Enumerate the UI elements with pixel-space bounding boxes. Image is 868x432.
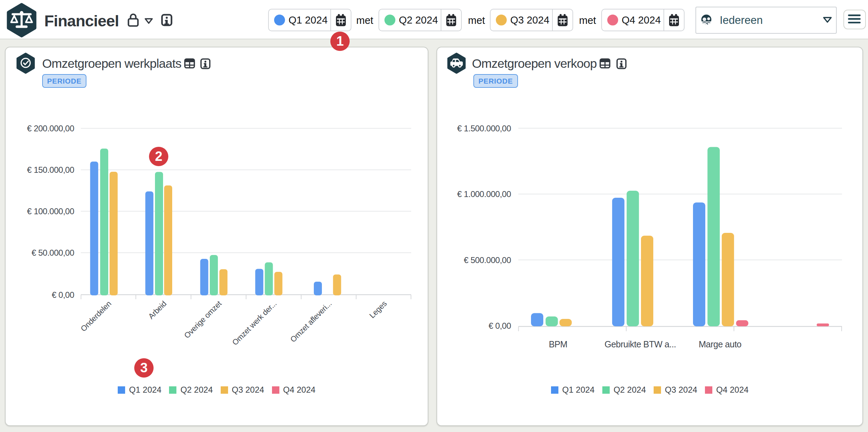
svg-text:€ 50.000,00: € 50.000,00 <box>32 248 74 257</box>
svg-text:Omzetgroepen werkplaats: Omzetgroepen werkplaats <box>42 57 181 71</box>
svg-text:Arbeid: Arbeid <box>147 299 168 321</box>
svg-text:Q3 2024: Q3 2024 <box>510 14 549 26</box>
svg-text:€ 0,00: € 0,00 <box>52 290 74 300</box>
svg-text:met: met <box>468 15 485 26</box>
svg-text:€ 1.000.000,00: € 1.000.000,00 <box>457 189 511 199</box>
svg-text:met: met <box>579 15 596 26</box>
svg-text:Gebruikte BTW a...: Gebruikte BTW a... <box>604 339 676 349</box>
svg-text:€ 200.000,00: € 200.000,00 <box>27 124 74 133</box>
svg-text:Q2 2024: Q2 2024 <box>399 14 438 26</box>
svg-text:met: met <box>356 15 373 26</box>
svg-text:Marge auto: Marge auto <box>699 339 741 349</box>
svg-text:Iedereen: Iedereen <box>720 14 763 26</box>
svg-text:€ 500.000,00: € 500.000,00 <box>464 255 511 265</box>
svg-text:Onderdelen: Onderdelen <box>79 299 113 333</box>
svg-text:Omzetgroepen verkoop: Omzetgroepen verkoop <box>472 57 597 71</box>
svg-text:Overige omzet: Overige omzet <box>182 299 223 340</box>
svg-text:Omzet afleveri...: Omzet afleveri... <box>289 299 333 344</box>
svg-text:€ 0,00: € 0,00 <box>488 321 511 330</box>
svg-text:BPM: BPM <box>549 339 568 349</box>
svg-text:Financieel: Financieel <box>44 12 119 30</box>
svg-text:Omzet werk der...: Omzet werk der... <box>231 299 278 347</box>
svg-text:Leges: Leges <box>368 299 388 320</box>
svg-text:€ 1.500.000,00: € 1.500.000,00 <box>457 124 511 133</box>
svg-text:Q4 2024: Q4 2024 <box>622 14 661 26</box>
svg-text:€ 150.000,00: € 150.000,00 <box>27 165 74 175</box>
svg-text:€ 100.000,00: € 100.000,00 <box>27 207 74 216</box>
svg-text:Q1 2024: Q1 2024 <box>289 14 328 26</box>
